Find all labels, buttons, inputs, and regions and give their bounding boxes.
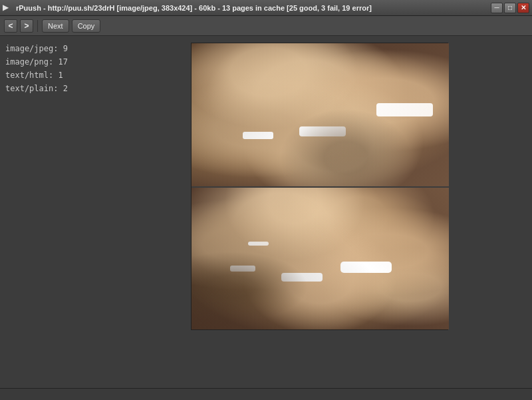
copy-button[interactable]: Copy bbox=[72, 19, 101, 33]
close-button[interactable]: ✕ bbox=[517, 3, 529, 13]
teeth-5 bbox=[281, 273, 323, 282]
window-controls: ─ □ ✕ bbox=[491, 3, 529, 13]
forward-button[interactable]: > bbox=[20, 19, 33, 33]
maximize-button[interactable]: □ bbox=[504, 3, 516, 13]
statusbar bbox=[0, 388, 532, 400]
next-button[interactable]: Next bbox=[42, 19, 69, 33]
separator bbox=[37, 20, 38, 32]
image-panel-bottom bbox=[192, 186, 449, 329]
teeth-4 bbox=[230, 266, 256, 272]
sidebar-item-jpeg: image/jpeg: 9 bbox=[5, 43, 101, 55]
back-button[interactable]: < bbox=[4, 19, 17, 33]
main-content: image/jpeg: 9 image/png: 17 text/html: 1… bbox=[0, 36, 532, 388]
teeth-3 bbox=[376, 103, 433, 116]
minimize-button[interactable]: ─ bbox=[491, 3, 503, 13]
image-container bbox=[191, 43, 448, 330]
sidebar-item-png: image/png: 17 bbox=[5, 56, 101, 68]
sidebar-item-plain: text/plain: 2 bbox=[5, 83, 101, 95]
sidebar: image/jpeg: 9 image/png: 17 text/html: 1… bbox=[0, 36, 106, 388]
teeth-6 bbox=[340, 262, 392, 273]
window-title: rPuush - http://puu.sh/23drH [image/jpeg… bbox=[16, 4, 372, 12]
teeth-1 bbox=[243, 132, 273, 139]
teeth-7 bbox=[248, 242, 269, 246]
titlebar: ▶ rPuush - http://puu.sh/23drH [image/jp… bbox=[0, 0, 532, 16]
sidebar-item-html: text/html: 1 bbox=[5, 69, 101, 81]
app-icon: ▶ bbox=[3, 3, 13, 13]
image-panel-top bbox=[192, 43, 449, 186]
image-area bbox=[106, 36, 532, 388]
toolbar: < > Next Copy bbox=[0, 16, 532, 36]
teeth-2 bbox=[299, 126, 346, 136]
titlebar-left: ▶ rPuush - http://puu.sh/23drH [image/jp… bbox=[3, 3, 372, 13]
